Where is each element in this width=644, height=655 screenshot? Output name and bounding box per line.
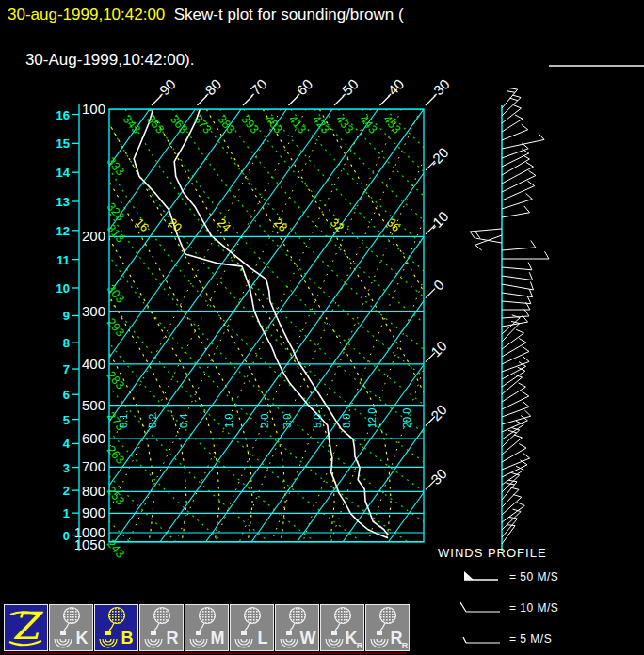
- toolbar-button-label: B: [121, 629, 134, 647]
- toolbar-button-label: M: [211, 629, 225, 647]
- toolbar-button-label: R: [391, 629, 403, 647]
- toolbar-button-sublabel: R: [357, 641, 363, 650]
- wind-barb: [502, 444, 526, 463]
- balloon-sonde-icon: M: [185, 605, 228, 650]
- theta-label: 293: [105, 315, 127, 339]
- balloon-sonde-icon: KR: [321, 605, 363, 650]
- mixing-ratio-label: 2.0: [259, 414, 270, 428]
- height-tick-label: 5: [63, 413, 70, 427]
- moist-adiabat-label: 24: [215, 216, 233, 234]
- legend-label: = 50 M/S: [509, 570, 558, 583]
- wind-barb: [502, 460, 527, 477]
- toolbar-button-z[interactable]: Z: [4, 604, 48, 651]
- legend-label: = 10 M/S: [509, 601, 558, 615]
- toolbar-button-b[interactable]: B: [94, 604, 138, 651]
- wind-barb: [502, 149, 529, 167]
- dry-adiabat-line: [338, 109, 644, 542]
- theta-label: 393: [238, 113, 261, 136]
- plot-frame: [109, 109, 424, 542]
- theta-label: 253: [105, 484, 127, 507]
- mixing-ratio-label: 0.4: [178, 414, 189, 428]
- isotherm-line: [0, 109, 150, 542]
- mixing-ratio-label: 8.0: [341, 414, 352, 428]
- toolbar-button-label: W: [300, 629, 316, 647]
- wind-barb: [502, 310, 529, 318]
- wind-barb-10-icon: [460, 601, 502, 615]
- mixing-ratio-label: 12.0: [366, 408, 378, 428]
- mixing-ratio-label: 3.0: [282, 414, 293, 428]
- theta-label: 243: [105, 537, 127, 561]
- height-tick-label: 16: [56, 108, 70, 122]
- height-tick-label: 4: [63, 437, 71, 451]
- pressure-tick-label: 600: [82, 430, 105, 446]
- moist-adiabat-label: 16: [133, 216, 152, 234]
- dry-adiabat-line: [267, 109, 644, 542]
- wind-barb: [502, 272, 533, 280]
- wind-barb-5-icon: [460, 632, 502, 646]
- temp-top-label: -30: [427, 75, 452, 101]
- toolbar-button-r[interactable]: R: [139, 604, 184, 651]
- balloon-sonde-icon: W: [276, 605, 318, 650]
- balloon-sonde-icon: L: [231, 605, 273, 650]
- wind-barb: [502, 240, 536, 250]
- dry-adiabat-line: [30, 109, 407, 542]
- toolbar-button-label: K: [76, 629, 89, 647]
- pressure-tick-label: 300: [82, 303, 105, 319]
- theta-label: 383: [215, 113, 237, 136]
- theta-label: 453: [380, 113, 403, 136]
- toolbar-button-m[interactable]: M: [185, 604, 229, 651]
- wind-barb: [502, 402, 529, 417]
- isotherm-line: [0, 109, 196, 542]
- temperature-trace: [174, 105, 388, 535]
- isotherm-line: [114, 109, 424, 542]
- moist-adiabat-line: [101, 109, 285, 542]
- isotherm-line: [251, 109, 561, 542]
- app-window: 30-aug-1999,10:42:00 Skew-t plot for sou…: [0, 0, 644, 655]
- toolbar-button-label: K: [346, 629, 358, 647]
- wind-barb: [502, 487, 519, 507]
- toolbar-button-w[interactable]: W: [275, 604, 319, 651]
- wind-barb: [502, 105, 521, 123]
- toolbar-button-l[interactable]: L: [230, 604, 274, 651]
- height-tick-label: 2: [63, 484, 70, 498]
- pressure-tick-label: 500: [82, 397, 105, 413]
- height-tick-label: 8: [63, 336, 70, 350]
- height-tick-label: 11: [56, 253, 70, 267]
- theta-label: 283: [105, 369, 127, 392]
- height-tick-label: 9: [63, 309, 70, 323]
- height-tick-label: 13: [56, 195, 70, 209]
- winds-profile-legend: WINDS PROFILE = 50 M/S = 10 M/S = 5 M/S: [438, 546, 558, 655]
- pressure-tick-label: 700: [82, 458, 105, 474]
- wind-barb: [502, 124, 528, 140]
- wind-barb: [502, 410, 531, 424]
- pressure-tick-label: 200: [82, 228, 105, 244]
- temp-top-label: -90: [153, 75, 178, 101]
- toolbar-button-rr[interactable]: RR: [365, 604, 410, 651]
- moist-adiabat-line: [263, 109, 447, 542]
- legend-label: = 5 M/S: [509, 632, 552, 646]
- wind-barb: [502, 263, 532, 270]
- isotherm-line: [297, 109, 606, 542]
- wind-barb: [502, 357, 529, 372]
- balloon-sonde-icon: R: [140, 605, 183, 650]
- pressure-tick-label: 800: [82, 483, 105, 499]
- theta-label: 413: [286, 113, 309, 136]
- dry-adiabat-line: [314, 109, 644, 542]
- wind-barb: [502, 339, 526, 358]
- isotherm-line: [205, 109, 515, 542]
- wind-barb: [502, 289, 533, 296]
- height-tick-label: 3: [63, 461, 70, 475]
- theta-label: 363: [168, 113, 190, 136]
- toolbar-button-kr[interactable]: KR: [320, 604, 364, 651]
- moist-adiabat-label: 32: [328, 216, 346, 234]
- mixing-ratio-label: 1.0: [223, 414, 234, 428]
- dewpoint-trace: [134, 105, 388, 538]
- wind-barb: [475, 238, 502, 243]
- moist-adiabat-label: 28: [271, 216, 290, 234]
- legend-item-50ms: = 50 M/S: [460, 569, 558, 584]
- isotherm-line: [0, 109, 13, 542]
- toolbar-button-k[interactable]: K: [49, 604, 93, 651]
- dry-adiabat-line: [386, 109, 644, 542]
- isotherm-line: [160, 109, 470, 542]
- theta-label: 303: [105, 282, 127, 306]
